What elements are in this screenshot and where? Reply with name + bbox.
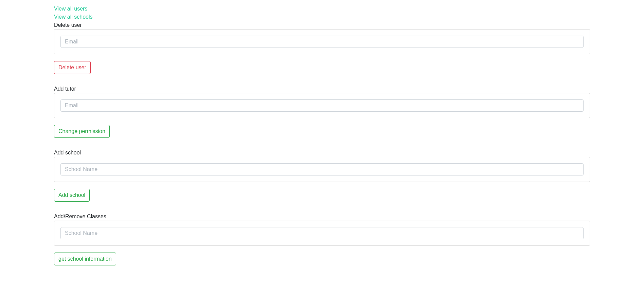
delete-user-email-input[interactable]: [60, 36, 584, 48]
add-school-name-input[interactable]: [60, 163, 584, 175]
classes-school-name-input[interactable]: [60, 227, 584, 239]
view-all-users-link[interactable]: View all users: [54, 5, 590, 13]
delete-user-card: [54, 29, 590, 54]
get-school-information-button[interactable]: get school information: [54, 253, 116, 265]
add-remove-classes-label: Add/Remove Classes: [54, 212, 590, 221]
change-permission-button[interactable]: Change permission: [54, 125, 110, 138]
add-school-button[interactable]: Add school: [54, 189, 90, 202]
add-tutor-label: Add tutor: [54, 85, 590, 93]
view-all-schools-link[interactable]: View all schools: [54, 13, 590, 21]
add-school-label: Add school: [54, 149, 590, 157]
add-remove-classes-card: [54, 221, 590, 246]
add-tutor-card: [54, 93, 590, 118]
delete-user-label: Delete user: [54, 21, 590, 29]
add-tutor-email-input[interactable]: [60, 99, 584, 112]
delete-user-button[interactable]: Delete user: [54, 61, 91, 74]
add-school-card: [54, 157, 590, 182]
